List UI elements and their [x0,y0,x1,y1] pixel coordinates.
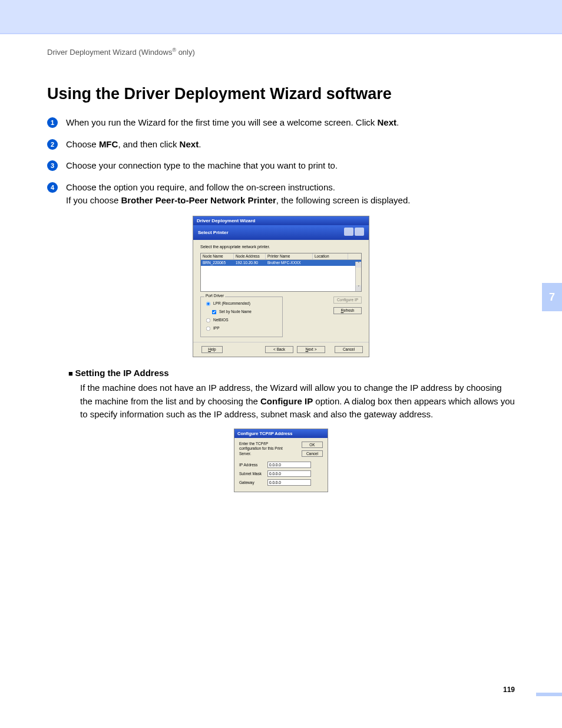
ip-address-field: IP Address [239,462,323,468]
step-bullet-2: 2 [47,139,58,150]
subnet-label: Subnet Mask [239,472,267,476]
scrollbar[interactable]: ˄ ˅ [355,262,361,291]
step-2: 2 Choose MFC, and then click Next. [47,138,515,151]
wizard-title: Driver Deployment Wizard [193,216,369,226]
printer-icon [344,228,353,236]
cancel-button[interactable]: Cancel [335,346,363,353]
port-driver-group: Port Driver LPR (Recommended) Set by Nod… [200,297,283,337]
step-1-post: . [396,117,399,127]
printer-icon [355,228,364,236]
printer-list[interactable]: Node Name Node Address Printer Name Loca… [200,253,362,292]
wizard-dialog: Driver Deployment Wizard Select Printer … [193,216,369,357]
page-body: Driver Deployment Wizard (Windows® only)… [0,34,562,492]
radio-lpr[interactable]: LPR (Recommended) [204,300,279,308]
section-heading: Setting the IP Address [68,368,515,378]
scroll-down-icon[interactable]: ˅ [356,285,361,291]
check-set-by-node[interactable]: Set by Node Name [210,308,279,316]
wizard-subtitle: Select Printer [198,230,229,236]
subnet-field: Subnet Mask [239,470,323,477]
col-node-address: Node Address [234,253,266,259]
step-2-b1: MFC [99,139,118,149]
back-button[interactable]: < Back [265,346,293,353]
chapter-tab: 7 [542,283,562,311]
step-4-line2-pre: If you choose [66,195,121,205]
radio-netbios[interactable]: NetBIOS [204,317,279,324]
help-button[interactable]: Help [201,346,223,353]
gateway-label: Gateway [239,480,267,485]
col-printer-name: Printer Name [266,253,313,259]
step-2-pre: Choose [66,139,99,149]
col-location: Location [313,253,348,259]
step-2-b2: Next [180,139,199,149]
list-row[interactable]: BRN_220065 192.10.20.90 Brother MFC-XXXX [201,260,361,266]
wizard-instruction: Select the appropriate network printer. [200,245,362,249]
ip-input[interactable] [267,462,311,468]
wizard-subtitle-bar: Select Printer [193,225,369,240]
page-title: Using the Driver Deployment Wizard softw… [47,85,515,103]
ip-label: IP Address [239,463,267,467]
step-3-text: Choose your connection type to the machi… [66,160,338,170]
step-2-mid: , and then click [118,139,179,149]
wizard-footer: Help < Back Next > Cancel [193,342,369,357]
wizard-icons [343,228,364,238]
step-3: 3 Choose your connection type to the mac… [47,159,515,173]
step-4-line2-post: , the following screen is displayed. [276,195,411,205]
step-4-line2-b: Brother Peer-to-Peer Network Printer [121,195,276,205]
breadcrumb-pre: Driver Deployment Wizard (Windows [47,48,172,57]
ok-button[interactable]: OK [302,442,323,448]
radio-ipp[interactable]: IPP [204,325,279,332]
configure-ip-button[interactable]: Configure IP [333,297,362,304]
cancel-button[interactable]: Cancel [302,450,323,457]
top-header-bar [0,0,562,34]
refresh-button[interactable]: Refresh [333,307,362,314]
row-node-name: BRN_220065 [201,260,234,266]
step-4: 4 Choose the option you require, and fol… [47,181,515,207]
section-paragraph: If the machine does not have an IP addre… [80,381,515,421]
step-1-bold: Next [378,117,397,127]
step-4-line1: Choose the option you require, and follo… [66,182,335,192]
tcpip-dialog: Configure TCP/IP Address Enter the TCP/I… [234,429,328,492]
step-1: 1 When you run the Wizard for the first … [47,116,515,130]
gateway-field: Gateway [239,479,323,486]
col-node-name: Node Name [201,253,234,259]
gateway-input[interactable] [267,479,311,486]
step-2-post: . [199,139,201,149]
step-bullet-4: 4 [47,182,58,193]
tcpip-title: Configure TCP/IP Address [234,429,328,438]
para-bold: Configure IP [260,396,313,406]
row-node-address: 192.10.20.90 [234,260,266,266]
page-number-bar [536,693,562,696]
row-printer-name: Brother MFC-XXXX [266,260,313,266]
page-number: 119 [503,686,515,694]
list-header: Node Name Node Address Printer Name Loca… [201,253,361,260]
breadcrumb: Driver Deployment Wizard (Windows® only) [47,47,515,57]
port-driver-legend: Port Driver [204,294,225,298]
wizard-side-buttons: Configure IP Refresh [331,297,362,314]
scroll-up-icon[interactable]: ˄ [356,262,361,268]
next-button[interactable]: Next > [297,346,325,353]
step-1-text: When you run the Wizard for the first ti… [66,117,378,127]
step-bullet-1: 1 [47,117,58,128]
step-bullet-3: 3 [47,160,58,171]
subnet-input[interactable] [267,470,311,477]
tcpip-instruction: Enter the TCP/IP configuration for this … [239,442,286,456]
breadcrumb-post: only) [176,48,195,57]
row-location [313,260,348,266]
